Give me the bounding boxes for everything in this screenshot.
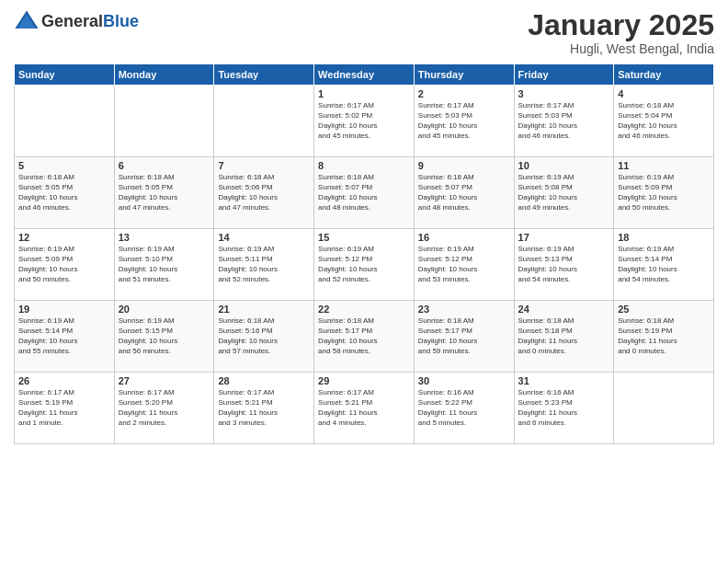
day-cell: 17Sunrise: 6:19 AM Sunset: 5:13 PM Dayli… [514, 229, 614, 301]
day-cell: 23Sunrise: 6:18 AM Sunset: 5:17 PM Dayli… [414, 301, 514, 373]
day-cell: 22Sunrise: 6:18 AM Sunset: 5:17 PM Dayli… [314, 301, 415, 373]
day-info: Sunrise: 6:19 AM Sunset: 5:10 PM Dayligh… [119, 245, 210, 284]
day-number: 30 [418, 375, 510, 386]
day-info: Sunrise: 6:19 AM Sunset: 5:12 PM Dayligh… [318, 245, 410, 284]
day-info: Sunrise: 6:19 AM Sunset: 5:11 PM Dayligh… [218, 245, 310, 284]
weekday-header-monday: Monday [114, 64, 214, 86]
day-info: Sunrise: 6:18 AM Sunset: 5:19 PM Dayligh… [618, 316, 710, 356]
day-cell: 7Sunrise: 6:18 AM Sunset: 5:06 PM Daylig… [214, 157, 314, 229]
week-row-1: 1Sunrise: 6:17 AM Sunset: 5:02 PM Daylig… [15, 86, 714, 157]
day-cell: 14Sunrise: 6:19 AM Sunset: 5:11 PM Dayli… [214, 229, 314, 301]
day-number: 3 [518, 88, 610, 99]
day-number: 20 [119, 304, 210, 315]
day-info: Sunrise: 6:18 AM Sunset: 5:18 PM Dayligh… [518, 316, 610, 356]
weekday-header-sunday: Sunday [15, 64, 115, 86]
day-number: 16 [418, 232, 510, 243]
title-block: January 2025 Hugli, West Bengal, India [528, 9, 714, 56]
day-number: 26 [18, 375, 110, 386]
day-info: Sunrise: 6:18 AM Sunset: 5:06 PM Dayligh… [218, 173, 310, 213]
day-number: 1 [318, 88, 410, 99]
day-cell: 11Sunrise: 6:19 AM Sunset: 5:09 PM Dayli… [614, 157, 714, 229]
day-cell: 18Sunrise: 6:19 AM Sunset: 5:14 PM Dayli… [614, 229, 714, 301]
day-info: Sunrise: 6:19 AM Sunset: 5:09 PM Dayligh… [618, 173, 710, 213]
day-cell [614, 373, 714, 444]
week-row-5: 26Sunrise: 6:17 AM Sunset: 5:19 PM Dayli… [15, 373, 714, 444]
day-number: 4 [618, 88, 710, 99]
day-info: Sunrise: 6:19 AM Sunset: 5:12 PM Dayligh… [418, 245, 510, 284]
day-cell: 21Sunrise: 6:18 AM Sunset: 5:16 PM Dayli… [214, 301, 314, 373]
day-info: Sunrise: 6:19 AM Sunset: 5:15 PM Dayligh… [119, 316, 210, 356]
day-cell: 1Sunrise: 6:17 AM Sunset: 5:02 PM Daylig… [314, 86, 415, 157]
day-number: 28 [218, 375, 310, 386]
day-info: Sunrise: 6:19 AM Sunset: 5:13 PM Dayligh… [518, 245, 610, 284]
day-cell: 20Sunrise: 6:19 AM Sunset: 5:15 PM Dayli… [114, 301, 214, 373]
day-info: Sunrise: 6:19 AM Sunset: 5:14 PM Dayligh… [618, 245, 710, 284]
logo: GeneralBlue [14, 9, 139, 35]
logo-icon [14, 9, 40, 35]
day-number: 7 [218, 160, 310, 171]
day-number: 21 [218, 304, 310, 315]
day-info: Sunrise: 6:17 AM Sunset: 5:20 PM Dayligh… [119, 388, 210, 428]
weekday-header-wednesday: Wednesday [314, 64, 415, 86]
day-info: Sunrise: 6:18 AM Sunset: 5:07 PM Dayligh… [318, 173, 410, 213]
day-info: Sunrise: 6:18 AM Sunset: 5:04 PM Dayligh… [618, 101, 710, 141]
week-row-3: 12Sunrise: 6:19 AM Sunset: 5:09 PM Dayli… [15, 229, 714, 301]
day-cell: 10Sunrise: 6:19 AM Sunset: 5:08 PM Dayli… [514, 157, 614, 229]
day-number: 24 [518, 304, 610, 315]
day-number: 22 [318, 304, 410, 315]
day-number: 14 [218, 232, 310, 243]
weekday-header-thursday: Thursday [414, 64, 514, 86]
day-info: Sunrise: 6:17 AM Sunset: 5:03 PM Dayligh… [518, 101, 610, 141]
day-number: 13 [119, 232, 210, 243]
day-number: 23 [418, 304, 510, 315]
day-cell: 9Sunrise: 6:18 AM Sunset: 5:07 PM Daylig… [414, 157, 514, 229]
weekday-header-saturday: Saturday [614, 64, 714, 86]
day-number: 10 [518, 160, 610, 171]
day-number: 18 [618, 232, 710, 243]
day-number: 12 [18, 232, 110, 243]
day-cell [214, 86, 314, 157]
day-number: 5 [18, 160, 110, 171]
day-number: 31 [518, 375, 610, 386]
weekday-header-tuesday: Tuesday [214, 64, 314, 86]
day-cell: 2Sunrise: 6:17 AM Sunset: 5:03 PM Daylig… [414, 86, 514, 157]
day-number: 15 [318, 232, 410, 243]
day-cell: 24Sunrise: 6:18 AM Sunset: 5:18 PM Dayli… [514, 301, 614, 373]
day-cell: 16Sunrise: 6:19 AM Sunset: 5:12 PM Dayli… [414, 229, 514, 301]
day-info: Sunrise: 6:17 AM Sunset: 5:21 PM Dayligh… [218, 388, 310, 428]
day-number: 17 [518, 232, 610, 243]
day-info: Sunrise: 6:18 AM Sunset: 5:17 PM Dayligh… [418, 316, 510, 356]
day-number: 6 [119, 160, 210, 171]
day-info: Sunrise: 6:18 AM Sunset: 5:05 PM Dayligh… [18, 173, 110, 213]
calendar-table: SundayMondayTuesdayWednesdayThursdayFrid… [14, 63, 714, 444]
day-number: 9 [418, 160, 510, 171]
day-info: Sunrise: 6:18 AM Sunset: 5:16 PM Dayligh… [218, 316, 310, 356]
weekday-header-row: SundayMondayTuesdayWednesdayThursdayFrid… [15, 64, 714, 86]
calendar-title: January 2025 [528, 9, 714, 41]
day-info: Sunrise: 6:17 AM Sunset: 5:03 PM Dayligh… [418, 101, 510, 141]
day-info: Sunrise: 6:19 AM Sunset: 5:08 PM Dayligh… [518, 173, 610, 213]
day-cell: 4Sunrise: 6:18 AM Sunset: 5:04 PM Daylig… [614, 86, 714, 157]
day-info: Sunrise: 6:17 AM Sunset: 5:21 PM Dayligh… [318, 388, 410, 428]
week-row-2: 5Sunrise: 6:18 AM Sunset: 5:05 PM Daylig… [15, 157, 714, 229]
weekday-header-friday: Friday [514, 64, 614, 86]
day-cell: 3Sunrise: 6:17 AM Sunset: 5:03 PM Daylig… [514, 86, 614, 157]
calendar-subtitle: Hugli, West Bengal, India [528, 41, 714, 56]
day-cell: 19Sunrise: 6:19 AM Sunset: 5:14 PM Dayli… [15, 301, 115, 373]
day-info: Sunrise: 6:16 AM Sunset: 5:23 PM Dayligh… [518, 388, 610, 428]
day-number: 19 [18, 304, 110, 315]
day-info: Sunrise: 6:19 AM Sunset: 5:09 PM Dayligh… [18, 245, 110, 284]
day-cell: 30Sunrise: 6:16 AM Sunset: 5:22 PM Dayli… [414, 373, 514, 444]
day-number: 25 [618, 304, 710, 315]
day-cell: 27Sunrise: 6:17 AM Sunset: 5:20 PM Dayli… [114, 373, 214, 444]
day-info: Sunrise: 6:17 AM Sunset: 5:02 PM Dayligh… [318, 101, 410, 141]
header: GeneralBlue January 2025 Hugli, West Ben… [14, 9, 714, 56]
day-cell: 5Sunrise: 6:18 AM Sunset: 5:05 PM Daylig… [15, 157, 115, 229]
day-cell: 31Sunrise: 6:16 AM Sunset: 5:23 PM Dayli… [514, 373, 614, 444]
day-cell [15, 86, 115, 157]
day-info: Sunrise: 6:19 AM Sunset: 5:14 PM Dayligh… [18, 316, 110, 356]
day-info: Sunrise: 6:17 AM Sunset: 5:19 PM Dayligh… [18, 388, 110, 428]
logo-text: GeneralBlue [41, 13, 139, 31]
day-cell: 25Sunrise: 6:18 AM Sunset: 5:19 PM Dayli… [614, 301, 714, 373]
day-info: Sunrise: 6:18 AM Sunset: 5:05 PM Dayligh… [119, 173, 210, 213]
